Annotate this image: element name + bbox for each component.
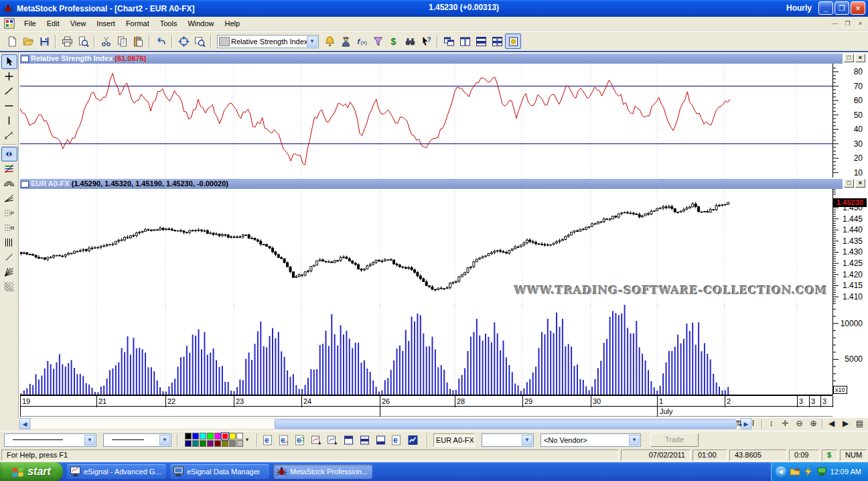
chevron-down-icon[interactable]: ▼: [84, 435, 95, 445]
menu-insert[interactable]: Insert: [91, 18, 121, 29]
paste-icon[interactable]: [130, 33, 146, 49]
export-chart-icon[interactable]: [309, 433, 325, 448]
gann-fan-tool[interactable]: [1, 265, 17, 279]
text-cursor-icon[interactable]: I: [746, 418, 760, 429]
symbol-dropdown[interactable]: ▼: [482, 433, 534, 447]
speed-line-tool[interactable]: [1, 250, 17, 265]
color-swatch[interactable]: [200, 433, 206, 439]
rsi-chart[interactable]: 1020304050607080: [20, 64, 868, 178]
horizontal-line-tool[interactable]: [1, 98, 17, 113]
trendline-tool[interactable]: [1, 84, 17, 98]
arrange-icon[interactable]: [505, 33, 521, 49]
cascade-windows-icon[interactable]: [441, 33, 457, 49]
scrollbar-track[interactable]: [30, 418, 740, 429]
line-weight-dropdown[interactable]: ▼: [103, 433, 171, 447]
esignal-page-icon[interactable]: e: [389, 433, 405, 448]
tray-collapse-icon[interactable]: ◀: [776, 466, 786, 477]
tray-lightning-icon[interactable]: [804, 467, 813, 476]
color-swatch[interactable]: [214, 440, 221, 447]
projection-p-tool[interactable]: P: [1, 206, 17, 220]
vendor-dropdown[interactable]: <No Vendor> ▼: [540, 433, 641, 447]
tile-vertical-icon[interactable]: [457, 33, 473, 49]
expert-advisor-icon[interactable]: [338, 33, 354, 49]
taskbar-task[interactable]: eSignal Data Manager: [170, 464, 269, 479]
color-swatch[interactable]: [200, 440, 206, 447]
zoom-in-icon[interactable]: ⊕: [806, 418, 820, 429]
chart-list-icon[interactable]: ▤: [853, 418, 867, 429]
price-maximize-button[interactable]: □: [844, 179, 854, 188]
time-zones-tool[interactable]: [1, 235, 17, 250]
print-icon[interactable]: [59, 33, 75, 49]
undo-icon[interactable]: [153, 33, 169, 49]
color-swatch[interactable]: [207, 433, 214, 439]
menu-format[interactable]: Format: [121, 18, 155, 29]
save-icon[interactable]: [36, 33, 52, 49]
color-swatch[interactable]: [185, 433, 192, 439]
taskbar-task[interactable]: MetaStock Profession...: [273, 464, 372, 479]
price-pane-header[interactable]: EUR A0-FX (1.45290, 1.45320, 1.45190, 1.…: [20, 179, 843, 189]
next-chart-icon[interactable]: ▶: [839, 418, 853, 429]
quote-chart-icon[interactable]: [405, 433, 421, 448]
chevron-down-icon[interactable]: ▼: [522, 435, 532, 445]
volume-chart[interactable]: 500010000: [20, 305, 868, 395]
gann-grid-tool[interactable]: [1, 279, 17, 294]
mdi-restore-button[interactable]: ❐: [842, 19, 853, 29]
color-swatch[interactable]: [192, 433, 199, 439]
start-button[interactable]: start: [0, 462, 63, 481]
line-style-dropdown[interactable]: ▼: [4, 433, 96, 447]
color-swatch[interactable]: [229, 440, 236, 447]
close-button[interactable]: ×: [851, 1, 865, 15]
mdi-minimize-button[interactable]: —: [829, 19, 841, 29]
fibonacci-arcs-tool[interactable]: [1, 176, 17, 191]
color-swatch[interactable]: [222, 440, 228, 447]
copy-icon[interactable]: [114, 33, 130, 49]
price-close-button[interactable]: ×: [855, 179, 865, 188]
projection-r-tool[interactable]: R: [1, 220, 17, 235]
tile-horizontal-icon[interactable]: [473, 33, 489, 49]
rsi-pane-header[interactable]: Relative Strength Index (61.0676): [20, 54, 843, 64]
import-chart-icon[interactable]: [325, 433, 341, 448]
color-swatch[interactable]: [207, 440, 214, 447]
indicator-quicklist[interactable]: Relative Strength Index ▼: [217, 35, 319, 48]
tray-folder-icon[interactable]: [790, 467, 800, 476]
minimize-button[interactable]: _: [818, 1, 833, 15]
color-swatch[interactable]: [229, 433, 236, 439]
previous-chart-icon[interactable]: ◀: [824, 418, 839, 429]
chart-document-icon[interactable]: [4, 18, 15, 29]
cut-icon[interactable]: [98, 33, 114, 49]
mdi-close-button[interactable]: ×: [855, 19, 866, 29]
chevron-down-icon[interactable]: ▼: [629, 435, 640, 445]
crosshair-tool[interactable]: [1, 69, 17, 84]
window-top-icon[interactable]: [341, 433, 357, 448]
scroll-left-button[interactable]: ◀: [19, 418, 30, 429]
menu-view[interactable]: View: [65, 18, 92, 29]
tray-network-icon[interactable]: [816, 467, 827, 476]
fibonacci-fan-tool[interactable]: [1, 191, 17, 206]
chevron-down-icon[interactable]: ▼: [159, 435, 170, 445]
window-middle-icon[interactable]: [357, 433, 373, 448]
system-tester-icon[interactable]: $: [386, 33, 402, 49]
chevron-down-icon[interactable]: ▼: [307, 36, 317, 47]
indicator-builder-icon[interactable]: f(x): [354, 33, 370, 49]
zoom-out-icon[interactable]: ⊖: [792, 418, 806, 429]
fibonacci-retracement-tool[interactable]: [1, 161, 17, 176]
menu-edit[interactable]: Edit: [42, 18, 65, 29]
tile-grid-icon[interactable]: [489, 33, 505, 49]
refresh-icon[interactable]: ⇅: [732, 418, 746, 429]
search-binoculars-icon[interactable]: [402, 33, 418, 49]
open-icon[interactable]: [20, 33, 36, 49]
rsi-maximize-button[interactable]: □: [844, 54, 854, 62]
trade-button[interactable]: Trade: [650, 433, 699, 447]
explorer-icon[interactable]: [370, 33, 386, 49]
rsi-close-button[interactable]: ×: [855, 54, 865, 62]
scroll-tool[interactable]: [1, 147, 17, 161]
menu-tools[interactable]: Tools: [155, 18, 183, 29]
alert-icon[interactable]: [321, 33, 338, 49]
new-icon[interactable]: [4, 33, 20, 49]
print-preview-icon[interactable]: [75, 33, 91, 49]
menu-window[interactable]: Window: [182, 18, 219, 29]
taskbar-task[interactable]: eSignal - Advanced G...: [67, 464, 166, 479]
context-help-icon[interactable]: ?: [418, 33, 434, 49]
crosshair-icon[interactable]: [175, 33, 192, 49]
color-swatch[interactable]: [236, 440, 243, 447]
